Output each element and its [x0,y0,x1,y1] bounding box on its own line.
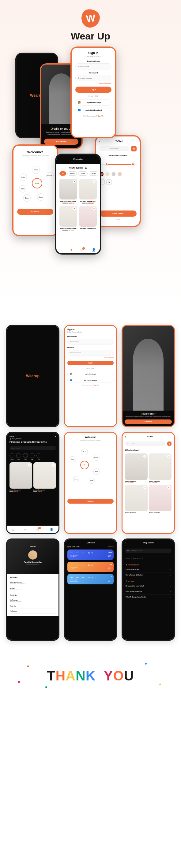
mini-signin: Sign In Hello, Welcome Back! Email Addre… [64,325,117,427]
price-slider[interactable] [99,161,137,167]
signin-greeting: Hello, Welcome Back! [76,55,112,57]
color-swatch[interactable] [105,172,110,176]
logo-letter: W [86,12,95,24]
mini-home: Wearup 🔔 👋 Hello, Nirmala Find cool prod… [6,432,59,534]
size-option[interactable]: XL [106,179,112,185]
heart-icon[interactable]: ♥ [73,180,76,183]
email-label: Email Address [76,60,112,62]
email-input[interactable] [76,63,112,69]
results-count: 83 Products found [99,155,137,157]
phone-welcome: Welcome! Choose your favorite fashion ca… [12,145,58,236]
search-input[interactable]: Search Products [9,446,56,450]
filter-chip[interactable]: Hoodie [67,171,77,176]
credit-card[interactable]: P •••• •••• •••• 3844 CARD HOLDERRonald … [67,574,114,584]
category-item[interactable]: More [36,453,41,460]
list-item[interactable]: Information AccountName, Email, Security… [10,580,55,586]
screens-grid: Wearup Sign In Hello, Welcome Back! Emai… [0,316,181,650]
list-item[interactable]: Push Cart› [10,604,55,609]
mini-onboard: ✨All For You✨ We always try provide the … [122,325,175,427]
signup-link[interactable]: Sign Up [98,115,103,117]
phone-favorite: Favorite Your Favorite • 12 All Hoodie S… [55,154,101,254]
filter-chip-active[interactable]: All [59,171,66,176]
category-bubble[interactable]: Dress [19,185,26,192]
slider-thumb[interactable] [131,163,134,166]
forgot-password-link[interactable]: Forgot Password? [76,82,112,84]
category-item[interactable]: Bags [30,453,35,460]
thank-you-text: THANK YOU [47,668,134,683]
product-card[interactable]: ♥ Warmers Sweatershirt [79,206,97,231]
nav-cart-icon[interactable]: 🛍 [81,248,84,251]
slider-thumb[interactable] [105,163,108,166]
favorite-count: Your Favorite • 12 [59,167,97,169]
credit-card[interactable]: ●● •••• •••• •••• 8832 CARD HOLDERDarrel… [67,562,114,572]
help-item[interactable]: My account has been hacked› [122,584,174,589]
welcome-subtitle: Choose your favorite fashion categories [17,155,53,157]
color-swatch[interactable] [112,172,116,176]
category-bubble-selected[interactable]: T-Shirt [32,178,42,188]
mini-addcard: Add Card 💳 My Credit Cards Add New VISA … [64,538,117,641]
help-item[interactable]: How to Manage Notifications› [122,572,174,578]
google-icon [78,101,81,104]
category-item[interactable]: T-Shirt [23,453,28,460]
phone-stage: Wearup ✨All For You✨ We always try provi… [0,50,181,316]
search-input[interactable]: Search T-Shirt... [99,146,129,151]
add-new-link[interactable]: Add New [108,546,114,548]
help-search-input[interactable]: 🔍 Describe your issue [125,549,172,553]
category-bubble[interactable]: Shoes [23,194,31,202]
avatar [28,550,37,560]
product-card[interactable]: ♥ Warmers Sweatershirt $320.00$258.00 [59,179,77,204]
get-started-button[interactable]: Get Started [44,138,79,145]
heart-icon[interactable]: ♥ [92,180,95,183]
signup-prompt: Don't have account? Sign Up [76,115,112,117]
mini-profile: Profile Danilla Samantha Danillasmth@gma… [6,538,59,641]
filter-button[interactable]: ⚙ [131,146,137,151]
welcome-title: Welcome! [17,150,53,154]
logo-blob: W [81,8,100,28]
phone-signin: Sign In Hello, Welcome Back! Email Addre… [70,46,116,138]
category-bubble[interactable]: Bags [20,174,27,181]
or-divider: Or Log In With [76,95,112,97]
category-bubble[interactable]: Pants [32,166,40,174]
filter-title: T-Shirt [102,140,137,143]
help-item[interactable]: I Want To Change Mobile Number› [122,594,174,600]
help-item[interactable]: I want to close my account› [122,589,174,594]
category-item[interactable]: Pants [16,453,21,460]
phone-filter: ‹ T-Shirt Search T-Shirt... ⚙ 83 Product… [95,135,141,227]
category-bubbles: Pants Bags Hoodie T-Shirt Dress Shoes Je… [17,161,53,204]
brand-name: Wear Up [0,31,181,42]
product-card[interactable]: ♥ Warmers Sweatershirt $320.00$258.00 [59,206,77,231]
category-bubble[interactable]: Jeans [37,193,44,201]
password-label: Password [76,72,112,74]
nav-home-icon[interactable]: ⌂ [61,248,62,251]
facebook-icon [78,109,81,112]
nav-heart-icon[interactable]: ♥ [71,248,72,251]
nav-profile-icon[interactable]: 👤 [92,248,95,251]
continue-button[interactable]: Continue [17,209,53,215]
filter-chip[interactable]: Shoes [78,171,87,176]
filter-chip[interactable]: Jacket [89,171,97,176]
model-image [49,73,73,124]
list-item[interactable]: My PackageA Package On The Way› [10,598,55,604]
password-input[interactable] [76,75,112,81]
thank-you-section: THANK YOU [0,650,181,702]
list-item[interactable]: Notification› [10,609,55,614]
facebook-login-button[interactable]: Log In With Facebook [76,107,112,113]
bottom-nav: ⌂ ♥ 🛍 👤 [56,246,100,253]
credit-card[interactable]: VISA •••• •••• •••• 8297 CARD HOLDERJonn… [67,550,114,560]
category-item[interactable]: Hoodie [9,453,14,460]
favorite-header: Favorite [56,155,100,164]
mini-tshirt: ‹T-Shirt Search T-Shirt...⚙ 83 Products … [122,432,175,534]
mini-help: ‹Help Center 🔍 Describe your issue Recen… [122,538,175,641]
mini-welcome: Welcome! Choose your favorite fashion ca… [64,432,117,534]
product-card[interactable]: ♥ Warmers Sweatershirt $320.00$258.00 [79,179,97,204]
color-swatch[interactable] [118,172,122,176]
category-bubble[interactable]: Hoodie [46,172,54,179]
clear-button[interactable]: Clear [99,217,137,223]
help-item[interactable]: Change email address› [122,567,174,572]
show-result-button[interactable]: Show Result [99,211,137,217]
google-login-button[interactable]: Log In With Google [76,99,112,105]
mini-splash: Wearup [6,325,59,427]
back-icon[interactable]: ‹ [99,140,100,143]
login-button[interactable]: Log In [76,87,112,93]
list-item[interactable]: AddressEdit address for your next s...› [10,586,55,592]
